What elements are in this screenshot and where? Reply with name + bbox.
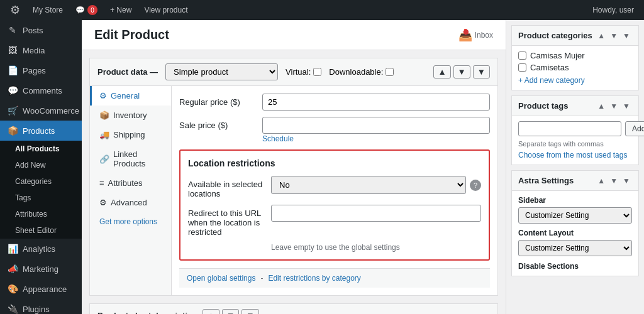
sidebar-item-comments[interactable]: 💬 Comments	[0, 80, 82, 100]
product-data-header: Product data — Simple product Variable p…	[90, 58, 497, 86]
view-product-item[interactable]: View product	[139, 0, 192, 20]
category-checkbox-camisas[interactable]	[518, 51, 526, 60]
categories-up-btn[interactable]: ▲	[596, 31, 607, 40]
collapse-up-btn[interactable]: ▲	[433, 65, 450, 78]
tab-shipping[interactable]: 🚚 Shipping	[90, 125, 171, 144]
product-type-select[interactable]: Simple product Variable product Grouped …	[165, 63, 278, 80]
notifications-item[interactable]: 💬 0	[70, 0, 103, 20]
tags-down-btn[interactable]: ▼	[608, 102, 619, 111]
sidebar: ✎ Posts 🖼 Media 📄 Pages 💬 Comments 🛒 Woo…	[0, 20, 82, 314]
tab-advanced[interactable]: ⚙ Advanced	[90, 193, 171, 212]
categories-section: Product categories ▲ ▼ ▼ Camisas Mujer C…	[511, 25, 639, 90]
regular-price-input[interactable]	[262, 94, 490, 111]
location-restrictions-title: Location restrictions	[188, 158, 481, 168]
new-item[interactable]: + New	[105, 0, 136, 20]
short-desc-up-btn[interactable]: ▲	[203, 309, 219, 314]
tab-advanced-label: Advanced	[111, 198, 147, 207]
sidebar-item-posts[interactable]: ✎ Posts	[0, 20, 82, 40]
sidebar-label-media: Media	[23, 46, 45, 55]
my-store-item[interactable]: My Store	[28, 0, 68, 20]
tab-linked-products[interactable]: 🔗 Linked Products	[90, 144, 171, 173]
categories-down-btn[interactable]: ▼	[608, 31, 619, 40]
tab-general[interactable]: ⚙ General	[90, 86, 171, 106]
tags-input[interactable]	[518, 121, 621, 136]
sidebar-submenu-all-products[interactable]: All Products	[0, 141, 82, 157]
sidebar-menu: ✎ Posts 🖼 Media 📄 Pages 💬 Comments 🛒 Woo…	[0, 20, 82, 314]
sidebar-item-products[interactable]: 📦 Products	[0, 121, 82, 141]
short-desc-down-btn[interactable]: ▼	[222, 309, 239, 314]
tags-most-used-link[interactable]: Choose from the most used tags	[518, 151, 627, 160]
astra-settings-section: Astra Settings ▲ ▼ ▼ Sidebar Customizer …	[511, 170, 639, 276]
collapse-down-btn[interactable]: ▼	[453, 65, 470, 78]
sidebar-layout-select[interactable]: Customizer Setting Left Sidebar Right Si…	[518, 207, 632, 224]
downloadable-checkbox[interactable]	[386, 68, 394, 76]
tags-section-title: Product tags	[518, 101, 568, 111]
sidebar-submenu-attributes[interactable]: Attributes	[0, 206, 82, 222]
sidebar-submenu-categories[interactable]: Categories	[0, 173, 82, 190]
products-submenu: All Products Add New Categories Tags Att…	[0, 141, 82, 239]
redirect-url-row: Redirect to this URL when the location i…	[188, 205, 481, 237]
pages-icon: 📄	[8, 65, 18, 75]
help-icon[interactable]: ?	[470, 180, 481, 191]
available-in-locations-select[interactable]: No Yes	[271, 176, 466, 194]
comments-icon: 💬	[8, 85, 18, 95]
tags-arrows: ▲ ▼ ▼	[596, 102, 632, 111]
astra-up-btn[interactable]: ▲	[596, 176, 607, 185]
add-tag-button[interactable]: Add	[625, 121, 644, 136]
tags-toggle-btn[interactable]: ▼	[621, 102, 632, 111]
general-tab-icon: ⚙	[99, 91, 107, 100]
tags-section-body: Add Separate tags with commas Choose fro…	[512, 116, 638, 165]
links-separator: -	[260, 274, 263, 283]
sidebar-item-pages[interactable]: 📄 Pages	[0, 60, 82, 80]
woocommerce-icon: 🛒	[8, 106, 18, 116]
sidebar-item-woocommerce[interactable]: 🛒 WooCommerce	[0, 100, 82, 121]
sheet-editor-label: Sheet Editor	[15, 226, 57, 235]
edit-restrictions-link[interactable]: Edit restrictions by category	[268, 274, 360, 283]
virtual-checkbox[interactable]	[313, 68, 321, 76]
sidebar-submenu-tags[interactable]: Tags	[0, 190, 82, 206]
linked-tab-icon: 🔗	[99, 154, 109, 164]
open-global-settings-link[interactable]: Open global settings	[187, 274, 255, 283]
category-item-camisas: Camisas Mujer	[518, 51, 632, 60]
tab-get-more[interactable]: Get more options	[90, 212, 171, 231]
sidebar-submenu-sheet-editor[interactable]: Sheet Editor	[0, 222, 82, 239]
tab-general-label: General	[111, 91, 140, 100]
category-checkbox-camisetas[interactable]	[518, 63, 526, 72]
sidebar-item-plugins[interactable]: 🔌 Plugins	[0, 299, 82, 314]
categories-label: Categories	[15, 177, 52, 186]
collapse-toggle-btn[interactable]: ▼	[473, 65, 490, 78]
sidebar-submenu-add-new[interactable]: Add New	[0, 157, 82, 173]
sidebar-item-media[interactable]: 🖼 Media	[0, 40, 82, 60]
schedule-link[interactable]: Schedule	[262, 134, 294, 143]
short-desc-toggle-btn[interactable]: ▼	[242, 309, 258, 314]
sale-price-input[interactable]	[262, 117, 490, 134]
redirect-url-input[interactable]	[271, 205, 481, 222]
tab-attributes[interactable]: ≡ Attributes	[90, 173, 171, 193]
page-title: Edit Product	[94, 28, 169, 42]
sidebar-item-analytics[interactable]: 📊 Analytics	[0, 239, 82, 259]
tab-inventory[interactable]: 📦 Inventory	[90, 106, 171, 125]
sidebar-item-appearance[interactable]: 🎨 Appearance	[0, 279, 82, 299]
all-products-label: All Products	[15, 144, 60, 153]
wp-logo-item[interactable]: ⚙	[5, 0, 25, 20]
tags-up-btn[interactable]: ▲	[596, 102, 607, 111]
new-label: + New	[110, 6, 131, 14]
hint-text: Leave empty to use the global settings	[271, 243, 481, 252]
sidebar-item-marketing[interactable]: 📣 Marketing	[0, 259, 82, 279]
page-header: Edit Product 📥 Inbox	[82, 20, 506, 50]
astra-down-btn[interactable]: ▼	[608, 176, 619, 185]
category-item-camisetas: Camisetas	[518, 63, 632, 72]
product-data-arrows: ▲ ▼ ▼	[433, 65, 490, 78]
product-data-label: Product data —	[97, 67, 158, 77]
tags-label: Tags	[15, 193, 31, 202]
categories-toggle-btn[interactable]: ▼	[621, 31, 632, 40]
view-product-label: View product	[144, 6, 187, 14]
add-category-link[interactable]: + Add new category	[518, 76, 632, 85]
category-label-camisas: Camisas Mujer	[530, 51, 585, 60]
short-desc-left: Product short description ▲ ▼ ▼	[97, 309, 259, 314]
astra-toggle-btn[interactable]: ▼	[621, 176, 632, 185]
content-layout-select[interactable]: Customizer Setting Boxed Full Width	[518, 240, 632, 256]
sidebar-label-appearance: Appearance	[23, 284, 67, 294]
howdy-item[interactable]: Howdy, user	[587, 0, 639, 20]
inbox-area[interactable]: 📥 Inbox	[458, 28, 493, 42]
